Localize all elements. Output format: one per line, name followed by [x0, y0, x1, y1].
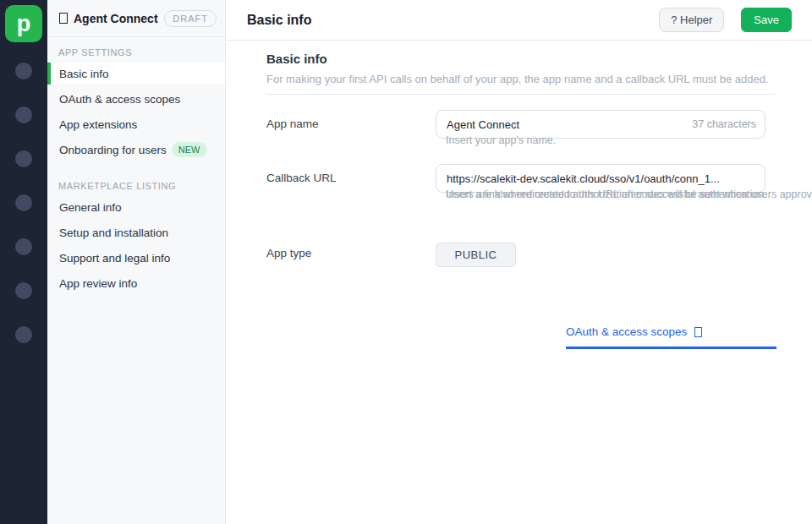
icon-rail: p: [0, 0, 47, 524]
app-name-field-wrap: 37 characters Insert your app's name.: [436, 110, 765, 139]
sidebar-item-general-info[interactable]: General info: [47, 196, 225, 218]
new-badge: NEW: [172, 142, 207, 157]
rail-nav-icon[interactable]: [15, 63, 32, 79]
app-name-row: App name 37 characters Insert your app's…: [266, 110, 776, 139]
sidebar-item-app-extensions[interactable]: App extensions: [47, 113, 225, 135]
app-name-input[interactable]: [436, 110, 765, 139]
app-type-field-wrap: PUBLIC: [436, 243, 765, 267]
rail-nav-icon[interactable]: [15, 150, 32, 167]
main-header: Basic info ? Helper Save: [226, 0, 812, 41]
section-title: Basic info: [266, 52, 776, 66]
sidebar-item-label: App extensions: [59, 118, 137, 131]
sidebar-item-label: Setup and installation: [59, 227, 168, 239]
sidebar-item-app-review-info[interactable]: App review info: [47, 272, 225, 294]
sidebar-item-label: General info: [59, 201, 122, 214]
brand-logo[interactable]: p: [5, 5, 42, 42]
sidebar-app-title: Agent Connect: [74, 12, 164, 25]
next-step-link-wrap: OAuth & access scopes: [566, 324, 776, 349]
sidebar-item-label: App review info: [59, 277, 137, 290]
sidebar-item-label: Support and legal info: [59, 252, 170, 265]
sidebar-item-label: Onboarding for users: [59, 144, 167, 156]
arrow-glyph-placeholder-icon: [694, 327, 702, 337]
save-button[interactable]: Save: [741, 8, 792, 32]
basic-info-form: Basic info For making your first API cal…: [226, 41, 812, 349]
sidebar-item-oauth-access-scopes[interactable]: OAuth & access scopes: [47, 88, 225, 110]
app-type-label: App type: [266, 243, 436, 259]
oauth-access-scopes-link-label: OAuth & access scopes: [566, 325, 687, 338]
sidebar-item-label: OAuth & access scopes: [59, 93, 180, 106]
rail-nav-icon[interactable]: [15, 238, 32, 255]
page-title: Basic info: [247, 13, 659, 28]
sidebar-item-support-and-legal-info[interactable]: Support and legal info: [47, 247, 225, 269]
rail-nav-icon[interactable]: [15, 106, 32, 123]
rail-nav-icon[interactable]: [15, 194, 32, 211]
sidebar-item-onboarding-for-users[interactable]: Onboarding for users NEW: [47, 139, 225, 161]
app-type-badge: PUBLIC: [436, 243, 516, 267]
app-type-row: App type PUBLIC: [266, 243, 776, 267]
main-panel: Basic info ? Helper Save Basic info For …: [226, 0, 812, 524]
nav-section-label-marketplace-listing: MARKETPLACE LISTING: [47, 164, 225, 196]
rail-nav-icon[interactable]: [15, 282, 32, 299]
helper-button[interactable]: ? Helper: [659, 8, 724, 32]
oauth-access-scopes-link[interactable]: OAuth & access scopes: [566, 325, 702, 338]
app-glyph-placeholder-icon: [59, 13, 68, 24]
status-badge: DRAFT: [164, 10, 217, 27]
sidebar-item-basic-info[interactable]: Basic info: [47, 63, 225, 85]
section-divider: [266, 94, 776, 95]
rail-nav-icon[interactable]: [15, 326, 32, 343]
section-description: For making your first API calls on behal…: [266, 73, 776, 85]
callback-url-input[interactable]: [436, 164, 765, 193]
callback-url-label: Callback URL: [266, 164, 436, 184]
app-sidebar: Agent Connect DRAFT APP SETTINGS Basic i…: [47, 0, 226, 524]
nav-section-label-app-settings: APP SETTINGS: [47, 37, 225, 63]
sidebar-item-setup-and-installation[interactable]: Setup and installation: [47, 221, 225, 243]
callback-url-row: Callback URL Users are also redirected t…: [266, 164, 776, 193]
callback-url-field-wrap: Users are also redirected to this URL af…: [436, 164, 765, 193]
sidebar-item-label: Basic info: [59, 68, 109, 80]
sidebar-header: Agent Connect DRAFT: [47, 0, 225, 37]
app-name-label: App name: [266, 110, 436, 130]
